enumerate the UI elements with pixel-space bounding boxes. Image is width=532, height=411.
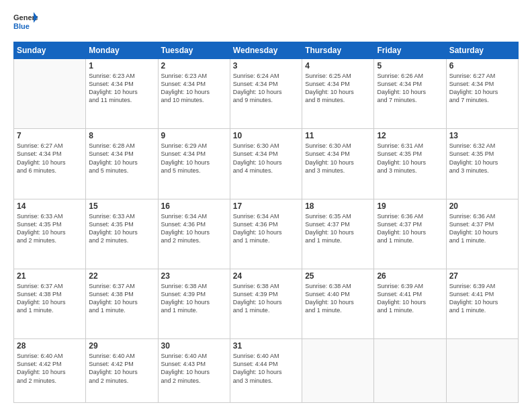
week-row: 1Sunrise: 6:23 AMSunset: 4:34 PMDaylight…: [14, 59, 519, 129]
calendar-cell: 22Sunrise: 6:37 AMSunset: 4:38 PMDayligh…: [86, 269, 158, 338]
cell-info: Sunrise: 6:30 AMSunset: 4:34 PMDaylight:…: [305, 142, 371, 175]
calendar-cell: 11Sunrise: 6:30 AMSunset: 4:34 PMDayligh…: [302, 129, 374, 199]
info-line: Sunrise: 6:37 AM: [17, 283, 63, 289]
day-number: 3: [233, 61, 299, 71]
calendar-cell: 3Sunrise: 6:24 AMSunset: 4:34 PMDaylight…: [230, 59, 302, 129]
info-line: and 6 minutes.: [17, 167, 56, 174]
week-row: 14Sunrise: 6:33 AMSunset: 4:35 PMDayligh…: [14, 199, 519, 269]
info-line: Sunrise: 6:26 AM: [377, 73, 423, 79]
info-line: Daylight: 10 hours: [377, 229, 426, 236]
calendar-cell: 1Sunrise: 6:23 AMSunset: 4:34 PMDaylight…: [86, 59, 158, 129]
day-number: 30: [161, 341, 227, 351]
info-line: and 2 minutes.: [161, 377, 201, 384]
info-line: Sunset: 4:35 PM: [377, 150, 422, 157]
cell-info: Sunrise: 6:39 AMSunset: 4:41 PMDaylight:…: [377, 282, 443, 315]
info-line: Sunset: 4:34 PM: [161, 81, 206, 87]
info-line: and 2 minutes.: [161, 237, 201, 244]
calendar-cell: 8Sunrise: 6:28 AMSunset: 4:34 PMDaylight…: [86, 129, 158, 199]
info-line: Sunset: 4:39 PM: [161, 291, 206, 298]
info-line: Daylight: 10 hours: [17, 369, 66, 375]
calendar-cell: 5Sunrise: 6:26 AMSunset: 4:34 PMDaylight…: [374, 59, 446, 129]
info-line: Sunrise: 6:36 AM: [377, 213, 423, 220]
week-row: 21Sunrise: 6:37 AMSunset: 4:38 PMDayligh…: [14, 269, 519, 338]
info-line: Sunset: 4:43 PM: [161, 361, 206, 367]
svg-text:Blue: Blue: [13, 22, 30, 30]
calendar-cell: 25Sunrise: 6:38 AMSunset: 4:40 PMDayligh…: [302, 269, 374, 338]
cell-info: Sunrise: 6:37 AMSunset: 4:38 PMDaylight:…: [17, 282, 83, 315]
info-line: Sunset: 4:37 PM: [305, 221, 350, 228]
cell-info: Sunrise: 6:31 AMSunset: 4:35 PMDaylight:…: [377, 142, 443, 175]
info-line: Sunset: 4:38 PM: [89, 291, 134, 298]
info-line: Daylight: 10 hours: [377, 299, 426, 306]
calendar-cell: 9Sunrise: 6:29 AMSunset: 4:34 PMDaylight…: [158, 129, 230, 199]
info-line: Sunrise: 6:25 AM: [305, 73, 351, 79]
header: General Blue: [13, 11, 519, 35]
info-line: Sunset: 4:34 PM: [233, 150, 278, 157]
calendar-cell: 19Sunrise: 6:36 AMSunset: 4:37 PMDayligh…: [374, 199, 446, 269]
day-number: 12: [377, 131, 443, 140]
col-monday: Monday: [86, 42, 158, 59]
info-line: Sunset: 4:40 PM: [305, 291, 350, 298]
cell-info: Sunrise: 6:27 AMSunset: 4:34 PMDaylight:…: [449, 72, 515, 105]
day-number: 8: [89, 131, 154, 140]
cell-info: Sunrise: 6:40 AMSunset: 4:42 PMDaylight:…: [89, 352, 154, 385]
info-line: and 3 minutes.: [377, 167, 416, 174]
cell-info: Sunrise: 6:37 AMSunset: 4:38 PMDaylight:…: [89, 282, 154, 315]
header-row: Sunday Monday Tuesday Wednesday Thursday…: [14, 42, 519, 59]
calendar-cell: 16Sunrise: 6:34 AMSunset: 4:36 PMDayligh…: [158, 199, 230, 269]
info-line: Sunset: 4:37 PM: [449, 221, 494, 228]
calendar-cell: [14, 59, 86, 129]
cell-info: Sunrise: 6:26 AMSunset: 4:34 PMDaylight:…: [377, 72, 443, 105]
day-number: 13: [449, 131, 515, 140]
info-line: Sunrise: 6:36 AM: [449, 213, 496, 220]
info-line: Daylight: 10 hours: [17, 159, 66, 166]
info-line: Sunrise: 6:37 AM: [89, 283, 135, 289]
info-line: Sunset: 4:35 PM: [89, 221, 134, 228]
cell-info: Sunrise: 6:24 AMSunset: 4:34 PMDaylight:…: [233, 72, 299, 105]
info-line: Sunset: 4:42 PM: [89, 361, 134, 367]
day-number: 19: [377, 201, 443, 211]
info-line: Sunrise: 6:24 AM: [233, 73, 279, 79]
info-line: and 1 minute.: [233, 237, 270, 244]
info-line: Sunrise: 6:38 AM: [305, 283, 351, 289]
info-line: Daylight: 10 hours: [233, 369, 282, 375]
info-line: Daylight: 10 hours: [17, 299, 66, 306]
cell-info: Sunrise: 6:40 AMSunset: 4:42 PMDaylight:…: [17, 352, 83, 385]
info-line: Sunrise: 6:38 AM: [233, 283, 279, 289]
info-line: Sunrise: 6:39 AM: [377, 283, 423, 289]
cell-info: Sunrise: 6:25 AMSunset: 4:34 PMDaylight:…: [305, 72, 371, 105]
info-line: Daylight: 10 hours: [233, 299, 282, 306]
info-line: Daylight: 10 hours: [449, 89, 498, 95]
cell-info: Sunrise: 6:30 AMSunset: 4:34 PMDaylight:…: [233, 142, 299, 175]
info-line: Daylight: 10 hours: [89, 89, 138, 95]
info-line: Daylight: 10 hours: [233, 89, 282, 95]
calendar-cell: 12Sunrise: 6:31 AMSunset: 4:35 PMDayligh…: [374, 129, 446, 199]
info-line: Daylight: 10 hours: [161, 369, 210, 375]
info-line: Daylight: 10 hours: [17, 229, 66, 236]
info-line: Sunset: 4:38 PM: [17, 291, 62, 298]
info-line: Daylight: 10 hours: [449, 229, 498, 236]
info-line: Sunset: 4:42 PM: [17, 361, 62, 367]
info-line: Daylight: 10 hours: [161, 159, 210, 166]
cell-info: Sunrise: 6:39 AMSunset: 4:41 PMDaylight:…: [449, 282, 515, 315]
info-line: Sunrise: 6:30 AM: [305, 142, 351, 149]
info-line: Daylight: 10 hours: [233, 229, 282, 236]
info-line: Sunrise: 6:40 AM: [161, 353, 208, 359]
info-line: Sunrise: 6:23 AM: [89, 73, 135, 79]
calendar-cell: 29Sunrise: 6:40 AMSunset: 4:42 PMDayligh…: [86, 339, 158, 403]
info-line: Sunrise: 6:34 AM: [161, 213, 208, 220]
info-line: Daylight: 10 hours: [161, 89, 210, 95]
info-line: Sunset: 4:36 PM: [161, 221, 206, 228]
day-number: 9: [161, 131, 227, 140]
calendar-cell: 30Sunrise: 6:40 AMSunset: 4:43 PMDayligh…: [158, 339, 230, 403]
info-line: Sunrise: 6:39 AM: [449, 283, 496, 289]
info-line: Sunset: 4:41 PM: [377, 291, 422, 298]
day-number: 27: [449, 271, 515, 281]
info-line: Sunset: 4:41 PM: [449, 291, 494, 298]
day-number: 1: [89, 61, 154, 71]
calendar-cell: 27Sunrise: 6:39 AMSunset: 4:41 PMDayligh…: [446, 269, 518, 338]
info-line: Sunset: 4:34 PM: [449, 81, 494, 87]
cell-info: Sunrise: 6:36 AMSunset: 4:37 PMDaylight:…: [377, 212, 443, 245]
info-line: and 1 minute.: [377, 307, 414, 314]
info-line: Sunset: 4:44 PM: [233, 361, 278, 367]
